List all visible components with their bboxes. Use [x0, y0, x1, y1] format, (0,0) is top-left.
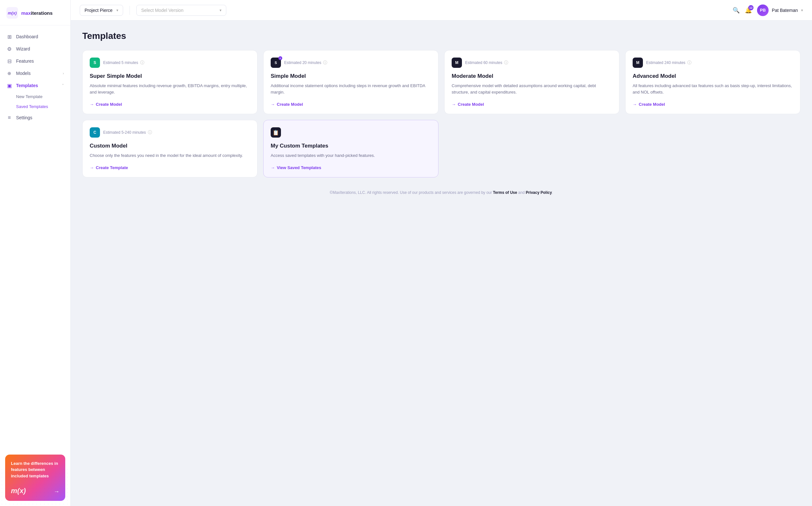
info-icon[interactable]: ⓘ — [504, 60, 508, 66]
card-header: S Estimated 5 minutes ⓘ — [90, 58, 250, 68]
card-meta: Estimated 5 minutes ⓘ — [103, 60, 144, 66]
sidebar-item-models[interactable]: ⊕ Models › — [0, 67, 70, 79]
footer-text-before: ©MaxIterations, LLC. All rights reserved… — [330, 190, 493, 195]
template-card-custom[interactable]: C Estimated 5-240 minutes ⓘ Custom Model… — [82, 120, 258, 177]
page-title: Templates — [82, 31, 800, 41]
card-header: 📋 — [271, 127, 431, 138]
template-card-simple[interactable]: S + Estimated 20 minutes ⓘ Simple Model … — [263, 50, 439, 114]
model-version-selector[interactable]: Select Model Version ▾ — [136, 5, 226, 16]
sidebar-item-label: Templates — [16, 83, 38, 88]
search-button[interactable]: 🔍 — [733, 7, 740, 14]
template-card-super-simple[interactable]: S Estimated 5 minutes ⓘ Super Simple Mod… — [82, 50, 258, 114]
template-card-moderate[interactable]: M Estimated 60 minutes ⓘ Moderate Model … — [444, 50, 619, 114]
sidebar-promo-card[interactable]: Learn the differences in features betwee… — [5, 454, 65, 501]
dashboard-icon: ⊞ — [6, 34, 12, 39]
main-wrapper: Project Pierce ▾ Select Model Version ▾ … — [71, 0, 812, 506]
simple-badge-wrapper: S + — [271, 58, 281, 68]
sidebar-item-settings[interactable]: ≡ Settings — [0, 111, 70, 124]
view-saved-templates-button[interactable]: → View Saved Templates — [271, 165, 431, 170]
footer-text-after: . — [552, 190, 553, 195]
footer: ©MaxIterations, LLC. All rights reserved… — [82, 188, 800, 200]
arrow-right-icon: → — [633, 102, 637, 107]
project-chevron-icon: ▾ — [116, 8, 118, 12]
card-title: Super Simple Model — [90, 73, 250, 79]
action-label: Create Model — [458, 102, 484, 107]
info-icon[interactable]: ⓘ — [687, 60, 692, 66]
create-template-button[interactable]: → Create Template — [90, 165, 250, 170]
card-meta: Estimated 5-240 minutes ⓘ — [103, 130, 152, 135]
sidebar-item-label: Settings — [16, 115, 32, 120]
action-label: Create Template — [96, 165, 128, 170]
card-header: M Estimated 240 minutes ⓘ — [633, 58, 793, 68]
sidebar-item-features[interactable]: ⊟ Features — [0, 55, 70, 67]
card-title: Custom Model — [90, 143, 250, 149]
create-model-button-moderate[interactable]: → Create Model — [452, 102, 612, 107]
terms-link[interactable]: Terms of Use — [493, 190, 517, 195]
card-title: Simple Model — [271, 73, 431, 79]
create-model-button-advanced[interactable]: → Create Model — [633, 102, 793, 107]
notifications-button[interactable]: 🔔 12 — [745, 7, 752, 14]
promo-logo: m(x) — [11, 487, 60, 495]
create-model-button-simple[interactable]: → Create Model — [271, 102, 431, 107]
card-description: Comprehensive model with detailed assump… — [452, 83, 612, 95]
templates-chevron-icon: ˅ — [62, 84, 64, 88]
user-name: Pat Bateman — [772, 8, 798, 13]
models-chevron-icon: › — [63, 71, 64, 75]
project-name: Project Pierce — [85, 8, 112, 13]
action-label: Create Model — [639, 102, 665, 107]
info-icon[interactable]: ⓘ — [323, 60, 327, 66]
sidebar-item-label: Features — [16, 59, 34, 64]
arrow-right-icon: → — [90, 165, 94, 170]
logo-text: maxiterations — [21, 10, 53, 16]
models-icon: ⊕ — [6, 70, 12, 76]
privacy-link[interactable]: Privacy Policy — [526, 190, 552, 195]
template-card-advanced[interactable]: M Estimated 240 minutes ⓘ Advanced Model… — [625, 50, 800, 114]
card-description: All features including advanced tax feat… — [633, 83, 793, 95]
sidebar-subitem-saved-templates[interactable]: Saved Templates — [0, 102, 70, 111]
moderate-badge: M — [452, 58, 462, 68]
my-custom-badge: 📋 — [271, 127, 281, 138]
card-title: Advanced Model — [633, 73, 793, 79]
user-menu-button[interactable]: PB Pat Bateman ▾ — [757, 4, 803, 16]
sidebar-item-dashboard[interactable]: ⊞ Dashboard — [0, 30, 70, 43]
project-selector[interactable]: Project Pierce ▾ — [80, 5, 123, 16]
arrow-right-icon: → — [271, 102, 275, 107]
header-actions: 🔍 🔔 12 PB Pat Bateman ▾ — [733, 4, 803, 16]
footer-text-middle: and — [517, 190, 526, 195]
arrow-right-icon: → — [271, 165, 275, 170]
sidebar-subitem-new-template[interactable]: New Template — [0, 92, 70, 102]
sidebar-item-label: Dashboard — [16, 34, 38, 39]
plus-badge: + — [278, 56, 282, 60]
settings-icon: ≡ — [6, 115, 12, 120]
header-divider — [129, 6, 130, 15]
card-description: Absolute minimal features including reve… — [90, 83, 250, 95]
card-meta: Estimated 240 minutes ⓘ — [646, 60, 692, 66]
sidebar-navigation: ⊞ Dashboard ⚙ Wizard ⊟ Features ⊕ Models… — [0, 25, 70, 449]
template-card-my-custom[interactable]: 📋 My Custom Templates Access saved templ… — [263, 120, 439, 177]
logo-icon: m(x) — [6, 7, 18, 19]
info-icon[interactable]: ⓘ — [140, 60, 144, 66]
main-content: Templates S Estimated 5 minutes ⓘ Super … — [71, 20, 812, 506]
card-description: Choose only the features you need in the… — [90, 152, 250, 159]
estimated-time: Estimated 60 minutes — [465, 61, 502, 65]
card-title: My Custom Templates — [271, 143, 431, 149]
template-grid-row1: S Estimated 5 minutes ⓘ Super Simple Mod… — [82, 50, 800, 114]
sidebar: m(x) maxiterations ⊞ Dashboard ⚙ Wizard … — [0, 0, 71, 506]
sidebar-item-label: Wizard — [16, 46, 30, 52]
action-label: Create Model — [96, 102, 122, 107]
template-grid-row2: C Estimated 5-240 minutes ⓘ Custom Model… — [82, 120, 800, 177]
sidebar-item-wizard[interactable]: ⚙ Wizard — [0, 43, 70, 55]
card-meta: Estimated 20 minutes ⓘ — [284, 60, 327, 66]
user-chevron-icon: ▾ — [801, 8, 803, 12]
sidebar-item-templates[interactable]: ▣ Templates ˅ — [0, 79, 70, 92]
create-model-button-super-simple[interactable]: → Create Model — [90, 102, 250, 107]
promo-arrow-icon: → — [54, 488, 60, 495]
action-label: View Saved Templates — [277, 165, 321, 170]
arrow-right-icon: → — [452, 102, 456, 107]
model-version-label: Select Model Version — [141, 8, 184, 13]
info-icon[interactable]: ⓘ — [148, 130, 152, 135]
estimated-time: Estimated 5 minutes — [103, 61, 138, 65]
card-meta: Estimated 60 minutes ⓘ — [465, 60, 508, 66]
templates-icon: ▣ — [6, 83, 12, 88]
header: Project Pierce ▾ Select Model Version ▾ … — [71, 0, 812, 20]
